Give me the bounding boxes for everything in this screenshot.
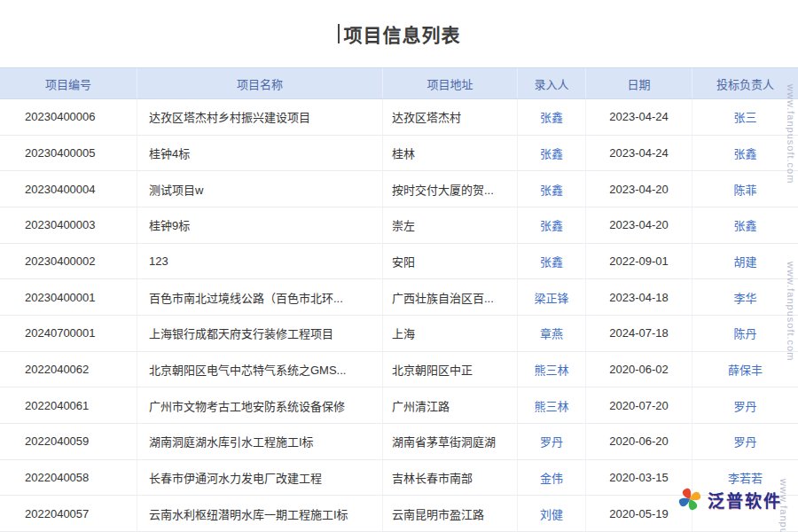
table-row: 2022040061广州市文物考古工地安防系统设备保修广州清江路熊三林2020-… (0, 387, 798, 424)
cell-address: 崇左 (383, 207, 518, 244)
cell-address: 北京朝阳区中正 (383, 352, 518, 388)
cell-address: 广州清江路 (383, 387, 518, 424)
cell-entry[interactable]: 刘健 (518, 496, 586, 532)
text-cursor (338, 24, 340, 43)
column-header-entry: 录入人 (518, 68, 586, 98)
cell-bidder[interactable]: 陈丹 (692, 316, 798, 352)
cell-address: 吉林长春市南部 (383, 460, 518, 497)
table-row: 20230400005桂钟4标桂林张鑫2023-04-24张鑫 (0, 136, 798, 172)
cell-entry[interactable]: 张鑫 (518, 136, 586, 172)
cell-entry[interactable]: 张鑫 (518, 171, 586, 207)
cell-name: 测试项目w (137, 171, 383, 207)
table-row: 20230400002123安阳张鑫2022-09-01胡建 (0, 244, 798, 280)
table-row: 2022040062北京朝阳区电气中芯特气系统之GMS...北京朝阳区中正熊三林… (0, 352, 798, 388)
cell-code: 2022040061 (0, 387, 137, 424)
cell-code: 2022040057 (0, 496, 137, 532)
cell-name: 桂钟9标 (137, 207, 383, 244)
cell-name: 云南水利枢纽潜明水库一期工程施工I标 (137, 496, 383, 532)
table-row: 2022040059湖南洞庭湖水库引水工程施工I标湖南省茅草街洞庭湖罗丹2020… (0, 424, 798, 460)
column-header-name: 项目名称 (137, 68, 383, 98)
cell-address: 安阳 (383, 244, 518, 280)
cell-bidder[interactable]: 薛保丰 (692, 352, 798, 388)
cell-bidder[interactable]: 李华 (692, 279, 798, 316)
cell-bidder[interactable]: 陈菲 (692, 171, 798, 207)
cell-name: 百色市南北过境线公路（百色市北环... (137, 279, 383, 316)
cell-code: 20230400003 (0, 207, 137, 244)
cell-code: 20230400006 (0, 99, 137, 136)
table-row: 20230400004测试项目w按时交付大厦的贺...张鑫2023-04-20陈… (0, 171, 798, 207)
cell-entry[interactable]: 章燕 (518, 316, 586, 352)
column-header-code: 项目编号 (0, 68, 137, 98)
column-header-address: 项目地址 (383, 68, 518, 98)
project-table: 项目编号 项目名称 项目地址 录入人 日期 投标负责人 20230400006达… (0, 67, 798, 532)
table-row: 20230400001百色市南北过境线公路（百色市北环...广西壮族自治区百..… (0, 279, 798, 316)
cell-name: 上海银行成都天府支行装修工程项目 (137, 316, 383, 352)
cell-entry[interactable]: 罗丹 (518, 424, 586, 460)
table-body: 20230400006达孜区塔杰村乡村振兴建设项目达孜区塔杰村张鑫2023-04… (0, 99, 798, 532)
cell-code: 20230400004 (0, 171, 137, 207)
cell-entry[interactable]: 熊三林 (518, 352, 586, 388)
cell-code: 2022040062 (0, 352, 137, 388)
cell-entry[interactable]: 熊三林 (518, 387, 586, 424)
title-bar: 项目信息列表 (0, 0, 798, 67)
table-row: 2022040057云南水利枢纽潜明水库一期工程施工I标云南昆明市盈江路刘健20… (0, 496, 798, 532)
cell-date: 2020-06-20 (586, 424, 692, 460)
cell-name: 北京朝阳区电气中芯特气系统之GMS... (137, 352, 383, 388)
cell-address: 达孜区塔杰村 (383, 99, 518, 136)
cell-bidder[interactable]: 张鑫 (692, 207, 798, 244)
cell-date: 2023-04-20 (586, 207, 692, 244)
cell-date: 2022-09-01 (586, 244, 692, 280)
cell-name: 达孜区塔杰村乡村振兴建设项目 (137, 99, 383, 136)
page-title: 项目信息列表 (344, 20, 461, 47)
table-row: 2022040058长春市伊通河水力发电厂改建工程吉林长春市南部金伟2020-0… (0, 460, 798, 497)
cell-entry[interactable]: 张鑫 (518, 207, 586, 244)
cell-date: 2020-07-20 (586, 387, 692, 424)
cell-bidder[interactable]: 李若若 (692, 460, 798, 497)
cell-name: 长春市伊通河水力发电厂改建工程 (137, 460, 383, 497)
cell-code: 2022040059 (0, 424, 137, 460)
column-header-date: 日期 (586, 68, 692, 98)
cell-entry[interactable]: 金伟 (518, 460, 586, 497)
cell-date: 2020-05-19 (586, 496, 692, 532)
cell-date: 2023-04-24 (586, 136, 692, 172)
cell-date: 2023-04-24 (586, 99, 692, 136)
cell-code: 20230400001 (0, 279, 137, 316)
cell-date: 2020-03-15 (586, 460, 692, 497)
cell-code: 20230400005 (0, 136, 137, 172)
cell-address: 上海 (383, 316, 518, 352)
cell-name: 湖南洞庭湖水库引水工程施工I标 (137, 424, 383, 460)
cell-entry[interactable]: 张鑫 (518, 244, 586, 280)
cell-date: 2023-04-18 (586, 279, 692, 316)
cell-bidder[interactable]: 罗丹 (692, 424, 798, 460)
table-row: 20240700001上海银行成都天府支行装修工程项目上海章燕2024-07-1… (0, 316, 798, 352)
cell-address: 云南昆明市盈江路 (383, 496, 518, 532)
table-row: 20230400003桂钟9标崇左张鑫2023-04-20张鑫 (0, 207, 798, 244)
cell-address: 广西壮族自治区百... (383, 279, 518, 316)
cell-code: 20230400002 (0, 244, 137, 280)
cell-bidder[interactable]: 张鑫 (692, 136, 798, 172)
cell-address: 湖南省茅草街洞庭湖 (383, 424, 518, 460)
cell-bidder[interactable]: 胡建 (692, 244, 798, 280)
cell-bidder[interactable] (692, 496, 798, 532)
cell-name: 广州市文物考古工地安防系统设备保修 (137, 387, 383, 424)
cell-address: 按时交付大厦的贺... (383, 171, 518, 207)
cell-date: 2020-06-02 (586, 352, 692, 388)
cell-code: 2022040058 (0, 460, 137, 497)
cell-bidder[interactable]: 罗丹 (692, 387, 798, 424)
cell-bidder[interactable]: 张三 (692, 99, 798, 136)
column-header-bidder: 投标负责人 (692, 68, 798, 98)
cell-date: 2023-04-20 (586, 171, 692, 207)
table-row: 20230400006达孜区塔杰村乡村振兴建设项目达孜区塔杰村张鑫2023-04… (0, 99, 798, 136)
cell-name: 桂钟4标 (137, 136, 383, 172)
cell-address: 桂林 (383, 136, 518, 172)
cell-entry[interactable]: 梁正锋 (518, 279, 586, 316)
cell-entry[interactable]: 张鑫 (518, 99, 586, 136)
cell-name: 123 (137, 244, 383, 280)
cell-date: 2024-07-18 (586, 316, 692, 352)
table-header: 项目编号 项目名称 项目地址 录入人 日期 投标负责人 (0, 67, 798, 99)
cell-code: 20240700001 (0, 316, 137, 352)
page: 项目信息列表 项目编号 项目名称 项目地址 录入人 日期 投标负责人 20230… (0, 0, 798, 532)
